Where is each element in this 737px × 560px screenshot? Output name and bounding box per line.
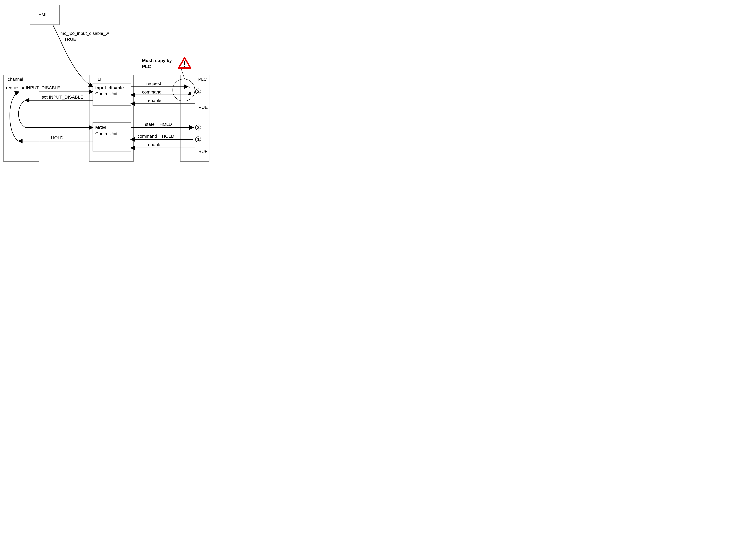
hli-label: HLI [94,77,101,82]
plc-must1: Must: copy by [142,58,172,63]
warning-icon [179,58,190,68]
plc-enable2: enable [148,142,161,147]
mark-2: 2 [197,89,199,94]
hmi-note1: mc_ipo_input_disable_w [60,31,109,36]
plc-box [180,75,209,162]
set-input-disable: set INPUT_DISABLE [42,95,83,100]
hli-cu1-subtitle: ControlUnit [95,91,118,96]
hli-cu2-title: MCM- [95,125,107,130]
hold-label: HOLD [51,135,63,140]
plc-command: command [142,89,161,95]
plc-label: PLC [198,77,207,82]
svg-rect-1 [184,66,185,67]
channel-label: channel [8,77,23,82]
plc-enable1: enable [148,98,161,103]
hli-cu1-title: input_disable [95,85,124,90]
hli-cu2-subtitle: ControlUnit [95,131,118,136]
hmi-note2: = TRUE [60,37,76,42]
mark-3: 3 [197,125,199,130]
plc-must2: PLC [142,64,151,69]
plc-true2: TRUE [196,149,208,154]
diagram: channel HLI input_disable ControlUnit MC… [0,0,213,165]
mark-1: 1 [197,137,199,142]
svg-rect-0 [184,61,185,65]
plc-cmdHold: command = HOLD [137,134,174,139]
plc-true1: TRUE [196,105,208,110]
plc-state: state = HOLD [145,122,172,127]
plc-request: request [146,81,161,86]
channel-request: request = INPUT_DISABLE [6,85,60,90]
hmi-label: HMI [38,12,46,17]
